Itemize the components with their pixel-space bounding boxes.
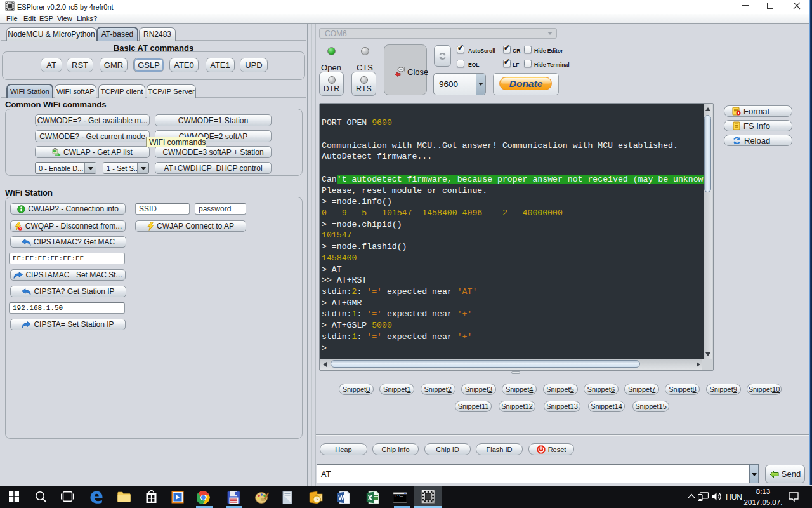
- svg-text:C:\: C:\: [395, 494, 401, 498]
